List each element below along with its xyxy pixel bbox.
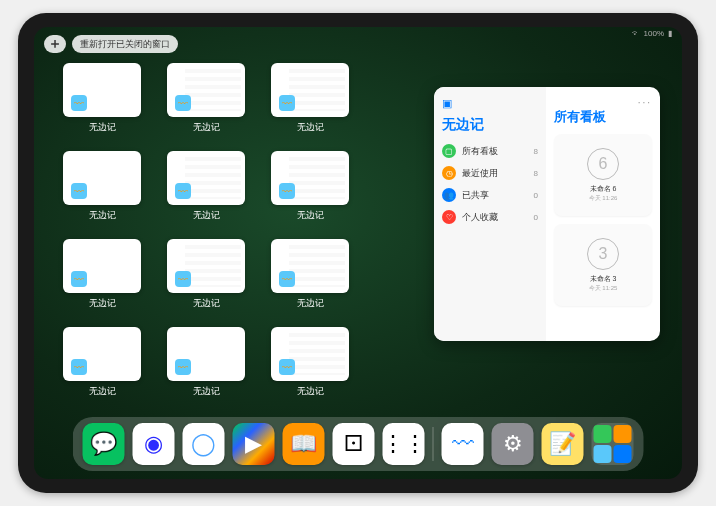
sidebar-app-icon: ▣	[442, 97, 452, 110]
sidebar-item-icon: ♡	[442, 210, 456, 224]
sidebar-item-label: 所有看板	[462, 145, 498, 158]
dock-app-notes[interactable]: 📝	[542, 423, 584, 465]
app-window[interactable]: 〰无边记	[164, 151, 248, 229]
window-thumbnail: 〰	[167, 63, 245, 117]
mini-app-icon	[614, 445, 632, 463]
freeform-app-icon: 〰	[71, 183, 87, 199]
sidebar-item-count: 0	[534, 213, 538, 222]
freeform-app-icon: 〰	[71, 359, 87, 375]
app-window[interactable]: 〰无边记	[268, 239, 352, 317]
window-label: 无边记	[89, 297, 116, 310]
window-thumbnail: 〰	[63, 239, 141, 293]
board-thumbnail: 6	[587, 148, 619, 180]
window-thumbnail: 〰	[271, 63, 349, 117]
app-window[interactable]: 〰无边记	[164, 327, 248, 405]
dock-app-quark[interactable]: ◯	[183, 423, 225, 465]
app-window[interactable]: 〰无边记	[268, 63, 352, 141]
board-thumbnail: 3	[587, 238, 619, 270]
dock-app-quark-hd[interactable]: ◉	[133, 423, 175, 465]
dock-app-freeform[interactable]: 〰	[442, 423, 484, 465]
dock-app-wechat[interactable]: 💬	[83, 423, 125, 465]
boards-section-title: 所有看板	[554, 108, 652, 126]
freeform-app-icon: 〰	[71, 271, 87, 287]
mini-app-icon	[614, 425, 632, 443]
ipad-device-frame: ᯤ 100% ▮ ＋ 重新打开已关闭的窗口 〰无边记〰无边记〰无边记〰无边记〰无…	[18, 13, 698, 493]
window-label: 无边记	[193, 297, 220, 310]
app-window[interactable]: 〰无边记	[60, 151, 144, 229]
board-date: 今天 11:26	[589, 194, 618, 203]
reopen-closed-window-button[interactable]: 重新打开已关闭的窗口	[72, 35, 178, 53]
dock-app-dice[interactable]: ⚀	[333, 423, 375, 465]
window-label: 无边记	[89, 121, 116, 134]
app-window[interactable]: 〰无边记	[60, 239, 144, 317]
window-thumbnail: 〰	[63, 63, 141, 117]
app-window[interactable]: 〰无边记	[60, 327, 144, 405]
freeform-app-icon: 〰	[279, 271, 295, 287]
sidebar-item-icon: ▢	[442, 144, 456, 158]
freeform-app-icon: 〰	[175, 95, 191, 111]
mini-app-icon	[594, 445, 612, 463]
board-date: 今天 11:25	[589, 284, 618, 293]
sidebar-item[interactable]: ◷最近使用8	[442, 166, 538, 180]
window-label: 无边记	[89, 385, 116, 398]
window-thumbnail: 〰	[167, 151, 245, 205]
board-card[interactable]: 3未命名 3今天 11:25	[554, 224, 652, 306]
sidebar-item-label: 个人收藏	[462, 211, 498, 224]
board-card[interactable]: 6未命名 6今天 11:26	[554, 134, 652, 216]
wifi-icon: ᯤ	[632, 29, 640, 38]
window-thumbnail: 〰	[167, 239, 245, 293]
sidebar-item[interactable]: ♡个人收藏0	[442, 210, 538, 224]
dock-app-play[interactable]: ▶	[233, 423, 275, 465]
freeform-app-icon: 〰	[175, 183, 191, 199]
sidebar-item-label: 最近使用	[462, 167, 498, 180]
freeform-sidebar-panel: ▣ 无边记 ▢所有看板8◷最近使用8👥已共享0♡个人收藏0 ··· 所有看板 6…	[434, 87, 660, 341]
boards-list: 6未命名 6今天 11:263未命名 3今天 11:25	[554, 134, 652, 314]
window-label: 无边记	[297, 121, 324, 134]
ipad-screen: ᯤ 100% ▮ ＋ 重新打开已关闭的窗口 〰无边记〰无边记〰无边记〰无边记〰无…	[34, 27, 682, 479]
window-label: 无边记	[297, 297, 324, 310]
app-window[interactable]: 〰无边记	[164, 63, 248, 141]
window-thumbnail: 〰	[63, 327, 141, 381]
sidebar-item-count: 8	[534, 169, 538, 178]
dock-app-library[interactable]	[592, 423, 634, 465]
new-window-button[interactable]: ＋	[44, 35, 66, 53]
dock-separator	[433, 427, 434, 461]
status-bar: ᯤ 100% ▮	[632, 29, 672, 38]
window-thumbnail: 〰	[271, 239, 349, 293]
more-menu-button[interactable]: ···	[554, 97, 652, 108]
freeform-app-icon: 〰	[279, 95, 295, 111]
dock-app-settings[interactable]: ⚙	[492, 423, 534, 465]
sidebar-title: 无边记	[442, 116, 538, 134]
window-label: 无边记	[193, 385, 220, 398]
app-switcher-grid: 〰无边记〰无边记〰无边记〰无边记〰无边记〰无边记〰无边记〰无边记〰无边记〰无边记…	[60, 63, 352, 405]
dock-app-dots[interactable]: ⋮⋮	[383, 423, 425, 465]
battery-label: 100%	[644, 29, 664, 38]
sidebar-item[interactable]: 👥已共享0	[442, 188, 538, 202]
freeform-app-icon: 〰	[279, 359, 295, 375]
window-label: 无边记	[297, 209, 324, 222]
top-controls: ＋ 重新打开已关闭的窗口	[44, 35, 178, 53]
app-window[interactable]: 〰无边记	[268, 327, 352, 405]
window-label: 无边记	[297, 385, 324, 398]
freeform-app-icon: 〰	[279, 183, 295, 199]
app-window[interactable]: 〰无边记	[60, 63, 144, 141]
app-window[interactable]: 〰无边记	[164, 239, 248, 317]
app-window[interactable]: 〰无边记	[268, 151, 352, 229]
window-thumbnail: 〰	[271, 151, 349, 205]
board-name: 未命名 3	[590, 274, 617, 284]
window-label: 无边记	[193, 209, 220, 222]
sidebar-item-count: 8	[534, 147, 538, 156]
dock: 💬◉◯▶📖⚀⋮⋮〰⚙📝	[73, 417, 644, 471]
sidebar-list: ▢所有看板8◷最近使用8👥已共享0♡个人收藏0	[442, 144, 538, 224]
window-thumbnail: 〰	[63, 151, 141, 205]
board-name: 未命名 6	[590, 184, 617, 194]
mini-app-icon	[594, 425, 612, 443]
window-thumbnail: 〰	[167, 327, 245, 381]
window-thumbnail: 〰	[271, 327, 349, 381]
dock-app-books[interactable]: 📖	[283, 423, 325, 465]
window-label: 无边记	[193, 121, 220, 134]
sidebar-item[interactable]: ▢所有看板8	[442, 144, 538, 158]
sidebar-item-label: 已共享	[462, 189, 489, 202]
sidebar-item-icon: 👥	[442, 188, 456, 202]
window-label: 无边记	[89, 209, 116, 222]
